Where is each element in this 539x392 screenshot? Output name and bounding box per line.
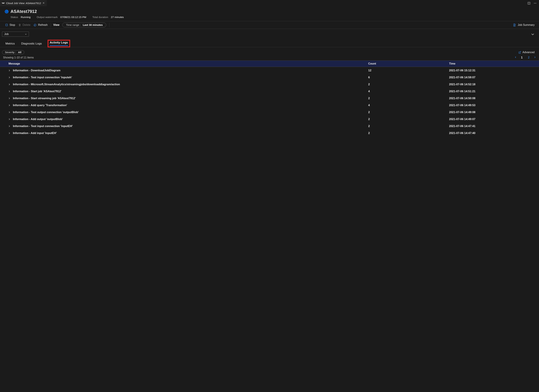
- editor-tab-bar: Cloud Job View: ASAtest7912: [0, 0, 539, 6]
- page-2[interactable]: 2: [528, 56, 529, 59]
- chevron-right-icon[interactable]: [8, 132, 10, 134]
- svg-point-6: [536, 3, 536, 3]
- page-tabs: Metrics Diagnostic Logs Activity Logs: [0, 37, 539, 47]
- job-selector-value: Job: [4, 33, 9, 36]
- table-row[interactable]: Information - Start streaming job 'ASAte…: [0, 95, 539, 102]
- row-count: 2: [366, 129, 448, 137]
- view-button[interactable]: View: [53, 24, 59, 27]
- table-row[interactable]: Information - Test output connection 'ou…: [0, 109, 539, 116]
- row-time: 2021-07-06 14:51:21: [448, 88, 539, 95]
- table-row[interactable]: Information - Add query 'Transformation'…: [0, 102, 539, 109]
- table-row[interactable]: Information - Add input 'inputEH'22021-0…: [0, 129, 539, 137]
- table-row[interactable]: Information - Microsoft.StreamAnalytics/…: [0, 81, 539, 88]
- chevron-right-icon[interactable]: [8, 90, 10, 93]
- stop-label: Stop: [10, 24, 15, 27]
- row-time: 2021-07-06 14:47:40: [448, 129, 539, 137]
- chevron-right-icon[interactable]: [8, 104, 10, 106]
- table-row[interactable]: Information - Start job 'ASAtest7912'420…: [0, 88, 539, 95]
- refresh-button[interactable]: Refresh: [34, 24, 48, 27]
- row-message: Information - Add query 'Transformation': [13, 104, 67, 107]
- table-row[interactable]: Information - Test input connection 'inp…: [0, 74, 539, 81]
- next-page-button[interactable]: [534, 56, 536, 59]
- severity-value: All: [18, 51, 21, 54]
- chevron-right-icon[interactable]: [8, 111, 10, 114]
- svg-point-4: [534, 3, 534, 3]
- row-time: 2021-07-06 14:49:53: [448, 102, 539, 109]
- editor-tab[interactable]: Cloud Job View: ASAtest7912: [0, 0, 47, 6]
- table-row[interactable]: Information - Test input connection 'inp…: [0, 123, 539, 129]
- page-1[interactable]: 1: [521, 56, 523, 59]
- chevron-right-icon[interactable]: [8, 76, 10, 79]
- row-count: 4: [366, 102, 448, 109]
- result-count: Showing 1-10 of 11 items: [3, 56, 34, 59]
- advanced-link[interactable]: Advanced: [518, 51, 534, 54]
- row-count: 2: [366, 95, 448, 102]
- chevron-right-icon[interactable]: [8, 69, 10, 72]
- time-range-selector[interactable]: Time range : Last 30 minutes: [62, 23, 106, 27]
- row-count: 4: [366, 88, 448, 95]
- row-message: Information - Start job 'ASAtest7912': [13, 90, 62, 93]
- job-selector[interactable]: Job: [2, 32, 29, 37]
- chevron-right-icon[interactable]: [8, 83, 10, 86]
- row-message: Information - Microsoft.StreamAnalytics/…: [13, 83, 120, 86]
- row-message: Information - Test input connection 'inp…: [13, 124, 72, 128]
- severity-label: Severity :: [5, 51, 16, 54]
- row-count: 2: [366, 109, 448, 116]
- duration-value: 27 minutes: [111, 16, 124, 19]
- stop-button[interactable]: Stop: [5, 24, 15, 27]
- chevron-right-icon[interactable]: [8, 97, 10, 100]
- row-message: Information - Add input 'inputEH': [13, 131, 57, 135]
- job-icon: [5, 10, 9, 13]
- row-count: 2: [366, 123, 448, 129]
- chevron-right-icon[interactable]: [8, 118, 10, 120]
- tab-metrics[interactable]: Metrics: [5, 41, 15, 47]
- toolbar: Stop Delete Refresh View Time range :: [0, 21, 539, 29]
- time-range-label: Time range :: [66, 24, 81, 27]
- row-time: 2021-07-06 14:47:41: [448, 123, 539, 129]
- severity-filter[interactable]: Severity : All: [2, 50, 24, 54]
- row-count: 2: [366, 81, 448, 88]
- row-time: 2021-07-06 15:12:31: [448, 67, 539, 74]
- row-time: 2021-07-06 14:49:08: [448, 109, 539, 116]
- delete-button[interactable]: Delete: [18, 24, 30, 27]
- status-label: Status: [10, 16, 18, 19]
- table-row[interactable]: Information - DownloadJobDiagram122021-0…: [0, 67, 539, 74]
- watermark-label: Output watermark: [37, 16, 58, 19]
- row-time: 2021-07-06 14:49:07: [448, 116, 539, 123]
- delete-icon: [18, 24, 21, 27]
- pager: 12: [515, 56, 537, 59]
- row-message: Information - Test output connection 'ou…: [13, 110, 79, 114]
- advanced-label: Advanced: [523, 51, 534, 54]
- row-message: Information - Add output 'outputBlob': [13, 118, 63, 121]
- row-time: 2021-07-06 14:59:07: [448, 74, 539, 81]
- delete-label: Delete: [23, 24, 30, 27]
- refresh-label: Refresh: [38, 24, 48, 27]
- more-icon[interactable]: [534, 2, 537, 5]
- page-title: ASAtest7912: [10, 9, 37, 14]
- tab-diagnostic-logs[interactable]: Diagnostic Logs: [21, 41, 43, 47]
- row-count: 6: [366, 74, 448, 81]
- stop-icon: [5, 24, 8, 27]
- table-row[interactable]: Information - Add output 'outputBlob'220…: [0, 116, 539, 123]
- time-range-value: Last 30 minutes: [83, 24, 103, 27]
- document-icon: [513, 24, 516, 27]
- tab-activity-logs[interactable]: Activity Logs: [48, 40, 70, 47]
- collapse-panel-button[interactable]: [531, 32, 534, 36]
- refresh-icon: [34, 24, 37, 27]
- prev-page-button[interactable]: [515, 56, 517, 59]
- row-count: 12: [366, 67, 448, 74]
- close-icon[interactable]: [43, 2, 45, 5]
- row-count: 2: [366, 116, 448, 123]
- split-editor-icon[interactable]: [527, 2, 530, 5]
- watermark-value: 07/06/21 03:12:15 PM: [60, 16, 86, 19]
- column-header-time[interactable]: Time: [448, 61, 539, 67]
- row-message: Information - Start streaming job 'ASAte…: [13, 97, 76, 100]
- external-link-icon: [518, 51, 521, 54]
- chevron-right-icon[interactable]: [8, 125, 10, 127]
- svg-line-14: [520, 51, 521, 53]
- column-header-count[interactable]: Count: [366, 61, 448, 67]
- status-value: Running: [21, 16, 31, 19]
- row-time: 2021-07-06 14:50:08: [448, 95, 539, 102]
- job-summary-button[interactable]: Job Summary: [513, 24, 534, 27]
- column-header-message[interactable]: Message: [0, 61, 366, 67]
